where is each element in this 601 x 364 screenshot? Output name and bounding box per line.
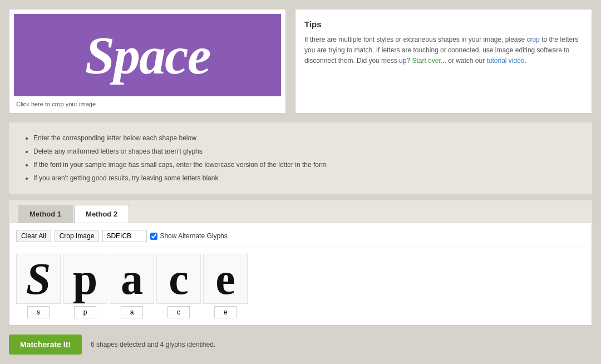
glyphs-row: S p a c e — [16, 254, 585, 318]
bottom-section: Matcherate It! 6 shapes detected and 4 g… — [9, 335, 592, 359]
tab-method1[interactable]: Method 1 — [18, 205, 73, 223]
glyph-image-c: c — [156, 254, 201, 304]
glyph-image-p: p — [63, 254, 107, 304]
tips-text-4: . — [525, 57, 526, 65]
instruction-item: If the font in your sample image has sma… — [33, 158, 579, 171]
image-container: Space Click here to crop your image — [9, 9, 286, 114]
glyph-item: c — [156, 254, 201, 318]
glyph-item: a — [110, 254, 154, 318]
clear-all-button[interactable]: Clear All — [16, 230, 51, 242]
matcherate-button[interactable]: Matcherate It! — [9, 335, 82, 355]
glyph-item: e — [203, 254, 248, 318]
tips-box: Tips If there are multiple font styles o… — [295, 9, 592, 114]
tips-text-1: If there are multiple font styles or ext… — [304, 36, 527, 43]
crop-hint[interactable]: Click here to crop your image — [14, 100, 281, 109]
sample-image[interactable]: Space — [14, 14, 281, 96]
glyph-image-e: e — [203, 254, 248, 304]
glyph-input-p[interactable] — [74, 306, 96, 318]
tips-text-3: ... or watch our — [441, 57, 487, 65]
instruction-item: If you aren't getting good results, try … — [33, 171, 579, 185]
instruction-item: Enter the corresponding letter below eac… — [33, 131, 579, 145]
glyph-input-a[interactable] — [121, 306, 143, 318]
tabs-section: Method 1 Method 2 — [9, 200, 592, 223]
status-text: 6 shapes detected and 4 glyphs identifie… — [91, 341, 215, 348]
tutorial-link[interactable]: tutorial video — [487, 57, 525, 65]
instruction-item: Delete any malformed letters or shapes t… — [33, 145, 579, 158]
start-over-link[interactable]: Start over — [412, 57, 440, 65]
sample-image-text: Space — [85, 24, 210, 86]
crop-image-button[interactable]: Crop Image — [55, 230, 100, 242]
glyph-item: S — [16, 254, 61, 318]
sdeicb-input[interactable] — [102, 230, 147, 242]
crop-link[interactable]: crop — [527, 36, 540, 43]
glyph-item: p — [63, 254, 107, 318]
glyph-input-c[interactable] — [168, 306, 190, 318]
glyph-input-e[interactable] — [214, 306, 237, 318]
tab-method2[interactable]: Method 2 — [74, 205, 129, 223]
method-content: Clear All Crop Image Show Alternate Glyp… — [9, 223, 592, 326]
glyph-input-s[interactable] — [27, 306, 50, 318]
glyph-image-a: a — [110, 254, 154, 304]
toolbar: Clear All Crop Image Show Alternate Glyp… — [16, 230, 585, 247]
show-alternate-glyphs-text: Show Alternate Glyphs — [160, 232, 227, 240]
glyph-image-s: S — [16, 254, 61, 304]
tips-text: If there are multiple font styles or ext… — [304, 35, 583, 67]
tabs: Method 1 Method 2 — [18, 205, 583, 223]
show-alternate-glyphs-checkbox[interactable] — [150, 233, 157, 240]
tips-title: Tips — [304, 18, 583, 31]
instructions-list: Enter the corresponding letter below eac… — [22, 131, 579, 185]
show-alternate-glyphs-label[interactable]: Show Alternate Glyphs — [150, 232, 227, 240]
instructions-section: Enter the corresponding letter below eac… — [9, 122, 592, 194]
